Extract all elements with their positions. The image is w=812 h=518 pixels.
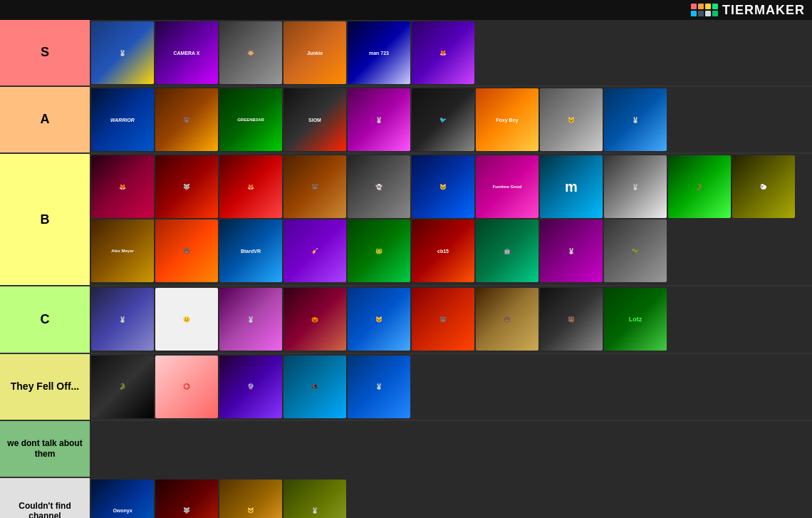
tier-row-talk: we dont talk about them [0,421,812,478]
tier-row-c: C 🐰 😐 🐰 🎃 🐱 🐻 🐻 🐻 Lotz [0,286,812,353]
list-item: 🐻 [540,288,603,351]
list-item: 🦖 [604,219,667,282]
list-item: 🐰 [604,88,667,151]
tier-image: 🐊 [91,356,154,418]
list-item: Funtime Gnod [476,155,538,218]
tier-image: man 723 [348,21,410,84]
tier-image: 🐰 [604,88,667,151]
tier-label-talk: we dont talk about them [0,421,90,477]
tier-image: 🐱 [348,288,410,351]
tier-label-s: S [0,20,90,86]
tier-image: 🐻 [476,288,538,351]
tier-image: 🎩 [283,356,346,418]
logo: TiERMAKER [691,3,805,18]
list-item: 🦊 [412,21,474,84]
tier-image: 🐰 [219,288,282,351]
list-item: 🐱 [540,88,603,151]
list-item: 🎩 [283,356,346,418]
list-item: 🐱 [219,480,282,518]
tier-row-a: A WARRIOR 🐻 GREENB3AR SIOM 🐰 🐦 Foxy Boy … [0,87,812,154]
tier-image: 🐻 [540,288,603,351]
list-item: Junkie [283,21,346,84]
tier-items-c: 🐰 😐 🐰 🎃 🐱 🐻 🐻 🐻 Lotz [90,286,812,352]
list-item: BtardVR [219,219,282,282]
tier-label-a: A [0,87,90,152]
tier-row-b: B 🦊 🐺 🦊 🐻 👻 🐱 Funtime Gnod m 🐰 🐊 🐑 Alex … [0,154,812,286]
list-item: 🐰 [91,288,154,351]
tier-items-a: WARRIOR 🐻 GREENB3AR SIOM 🐰 🐦 Foxy Boy 🐱 … [90,87,812,152]
tier-image: ⭕ [155,356,218,418]
tier-image: 🐊 [668,155,731,218]
list-item: 🐑 [732,155,795,218]
tier-label-c: C [0,286,90,352]
list-item: Owonyx [91,480,154,518]
tier-image: 🦊 [219,155,282,218]
tier-image: 🐰 [283,480,346,518]
tier-image: 🐸 [348,219,410,282]
tier-items-s: 🐰 CAMERA X 🐵 Junkie man 723 🦊 [90,20,812,86]
list-item: SIOM [283,88,346,151]
tier-items-fell: 🐊 ⭕ 🔮 🎩 🐰 [90,354,812,420]
tier-image: 🤖 [476,219,538,282]
list-item: 🐰 [348,88,410,151]
tier-items-b: 🦊 🐺 🦊 🐻 👻 🐱 Funtime Gnod m 🐰 🐊 🐑 Alex Me… [90,154,812,285]
list-item: 🐻 [155,88,218,151]
tier-image: m [540,155,603,218]
list-item: 🐱 [412,155,474,218]
tier-image: 🐺 [155,155,218,218]
tier-image: 🐻 [155,88,218,151]
tier-image: Lotz [604,288,667,351]
tier-image: 🎃 [283,288,346,351]
list-item: 🔮 [219,356,282,418]
list-item: 🐻 [155,219,218,282]
tier-row-s: S 🐰 CAMERA X 🐵 Junkie man 723 🦊 [0,20,812,87]
tier-image: 🐱 [540,88,603,151]
tier-items-notfound: Owonyx 🐺 🐱 🐰 [90,478,812,518]
list-item: 🐰 [348,356,410,418]
list-item: Foxy Boy [476,88,538,151]
list-item: 🐰 [540,219,603,282]
list-item: 🎃 [283,288,346,351]
list-item: m [540,155,603,218]
tier-image: cb15 [412,219,474,282]
list-item: 🤖 [476,219,538,282]
tier-image: 🦊 [412,21,474,84]
tier-image: 🐰 [91,288,154,351]
tier-image: 🐑 [732,155,795,218]
list-item: 🐰 [283,480,346,518]
list-item: 🐊 [91,356,154,418]
logo-grid [691,4,718,16]
tier-image: 🐻 [283,155,346,218]
list-item: 🐻 [283,155,346,218]
list-item: 🐊 [668,155,731,218]
header: TiERMAKER [0,0,812,20]
tier-image: 🔮 [219,356,282,418]
tier-image: 😐 [155,288,218,351]
tier-image: 🐱 [219,480,282,518]
tier-image: 🐵 [219,21,282,84]
tier-image: WARRIOR [91,88,154,151]
list-item: cb15 [412,219,474,282]
list-item: GREENB3AR [219,88,282,151]
list-item: 🐸 [348,219,410,282]
tier-row-notfound: Couldn't find channel Owonyx 🐺 🐱 🐰 [0,478,812,518]
list-item: 🐻 [412,288,474,351]
list-item: 🐦 [412,88,474,151]
tier-image: BtardVR [219,219,282,282]
tier-image: 🐰 [540,219,603,282]
list-item: Lotz [604,288,667,351]
list-item: 🐺 [155,480,218,518]
tier-image: 🐺 [155,480,218,518]
list-item: 🎸 [283,219,346,282]
list-item: 🐰 [604,155,667,218]
tier-label-b: B [0,154,90,285]
tier-image: 🎸 [283,219,346,282]
list-item: 🐰 [219,288,282,351]
tier-label-notfound: Couldn't find channel [0,478,90,518]
tier-image: 🦊 [91,155,154,218]
tier-image: SIOM [283,88,346,151]
list-item: 🐱 [348,288,410,351]
tiermaker-app: TiERMAKER S 🐰 CAMERA X 🐵 Junkie man 723 … [0,0,812,518]
list-item: 🦊 [219,155,282,218]
logo-text: TiERMAKER [722,3,805,18]
